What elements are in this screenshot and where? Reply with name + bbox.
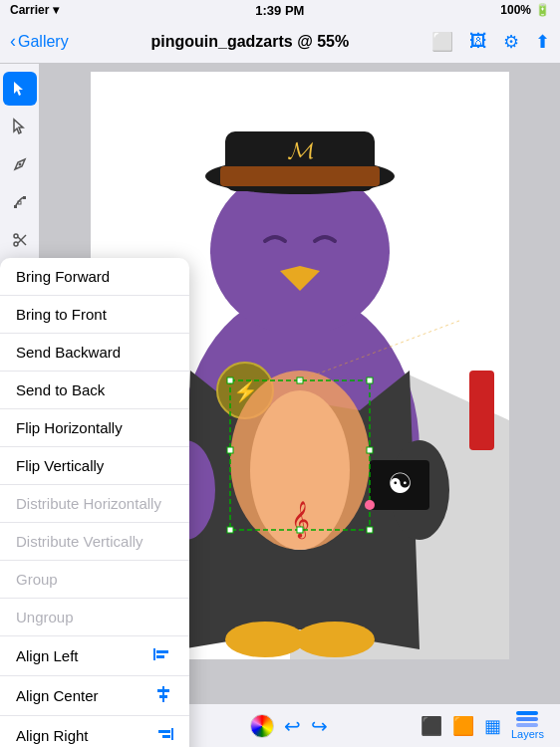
node-tool-button[interactable] <box>3 185 37 219</box>
svg-text:𝓜: 𝓜 <box>288 136 314 163</box>
svg-rect-1 <box>14 205 17 208</box>
context-menu: Bring Forward Bring to Front Send Backwa… <box>40 258 189 703</box>
svg-rect-40 <box>153 648 155 660</box>
svg-rect-12 <box>469 371 494 450</box>
svg-rect-3 <box>18 201 21 204</box>
back-button[interactable]: ‹ Gallery <box>10 31 69 52</box>
svg-rect-42 <box>156 655 164 658</box>
distribute-horizontally-item: Distribute Horizontally <box>40 485 189 523</box>
carrier-label: Carrier <box>10 3 49 17</box>
pen-tool-button[interactable] <box>3 147 37 181</box>
image-icon[interactable]: 🖼 <box>469 31 487 52</box>
status-right: 100% 🔋 <box>500 3 550 17</box>
svg-rect-28 <box>227 377 233 383</box>
svg-text:☯: ☯ <box>388 468 413 499</box>
svg-rect-30 <box>367 377 373 383</box>
group-label: Group <box>40 571 58 588</box>
bring-to-front-item[interactable]: Bring to Front <box>40 296 189 334</box>
svg-point-4 <box>14 234 18 238</box>
square-panel-button[interactable]: ⬛ <box>420 715 442 737</box>
svg-point-0 <box>18 163 21 166</box>
battery-icon: 🔋 <box>535 3 550 17</box>
svg-rect-34 <box>297 527 303 533</box>
gear-icon[interactable]: ⚙ <box>503 31 519 53</box>
distribute-horizontally-label: Distribute Horizontally <box>40 495 161 512</box>
share-icon[interactable]: ⬆ <box>535 31 550 53</box>
bottom-tools: ↩ ↪ <box>250 714 328 738</box>
layers-panel-button[interactable]: Layers <box>511 711 544 740</box>
bottom-panels: ⬛ 🟧 ▦ Layers <box>420 711 544 740</box>
svg-rect-18 <box>270 321 330 361</box>
layers-label: Layers <box>511 728 544 740</box>
send-backward-item[interactable]: Send Backward <box>40 334 189 372</box>
page-title: pingouin_gadzarts @ 55% <box>150 33 349 51</box>
back-label[interactable]: Gallery <box>18 33 69 51</box>
flip-horizontally-item[interactable]: Flip Horizontally <box>40 409 189 447</box>
select-tool-button[interactable] <box>3 72 37 106</box>
align-left-icon <box>153 646 173 665</box>
svg-rect-41 <box>156 650 168 653</box>
align-center-icon <box>153 686 173 703</box>
svg-point-36 <box>365 500 375 510</box>
svg-point-5 <box>14 242 18 246</box>
bring-to-front-label: Bring to Front <box>40 306 107 323</box>
align-center-label: Align Center <box>40 687 99 703</box>
scissors-tool-button[interactable] <box>3 223 37 257</box>
layers-icon <box>516 711 538 727</box>
flip-vertically-item[interactable]: Flip Vertically <box>40 447 189 485</box>
ungroup-item: Ungroup <box>40 599 189 636</box>
svg-text:𝄞: 𝄞 <box>291 501 310 540</box>
subselect-tool-button[interactable] <box>3 110 37 143</box>
flip-horizontally-label: Flip Horizontally <box>40 419 123 436</box>
send-to-back-label: Send to Back <box>40 381 105 398</box>
send-to-back-item[interactable]: Send to Back <box>40 372 189 409</box>
wifi-icon: ▾ <box>53 3 59 17</box>
svg-rect-2 <box>23 196 26 199</box>
undo-button[interactable]: ↩ <box>284 714 301 738</box>
group-item: Group <box>40 561 189 599</box>
node-icon <box>11 193 29 211</box>
svg-point-38 <box>295 622 375 657</box>
color-panel-button[interactable]: 🟧 <box>452 715 474 737</box>
battery-label: 100% <box>500 3 531 17</box>
nav-actions: ⬜ 🖼 ⚙ ⬆ <box>431 31 550 53</box>
svg-rect-33 <box>227 527 233 533</box>
status-left: Carrier ▾ <box>10 3 59 17</box>
select-cursor-icon <box>11 80 29 98</box>
svg-rect-31 <box>227 447 233 453</box>
ungroup-label: Ungroup <box>40 609 74 625</box>
pen-icon <box>11 155 29 173</box>
nav-bar: ‹ Gallery pingouin_gadzarts @ 55% ⬜ 🖼 ⚙ … <box>0 20 560 64</box>
back-chevron-icon: ‹ <box>10 31 16 52</box>
main-area: 𝓜 ⚡ <box>0 64 560 703</box>
align-left-label: Align Left <box>40 647 79 664</box>
grid-panel-button[interactable]: ▦ <box>484 715 501 737</box>
bring-forward-item[interactable]: Bring Forward <box>40 258 189 296</box>
canvas-area[interactable]: 𝓜 ⚡ <box>40 64 560 703</box>
align-left-item[interactable]: Align Left <box>40 636 189 676</box>
distribute-vertically-label: Distribute Vertically <box>40 533 143 550</box>
align-center-item[interactable]: Align Center <box>40 676 189 703</box>
send-backward-label: Send Backward <box>40 344 121 361</box>
canvas-resize-icon[interactable]: ⬜ <box>431 31 453 53</box>
svg-rect-32 <box>367 447 373 453</box>
svg-rect-16 <box>220 166 380 186</box>
redo-button[interactable]: ↪ <box>311 714 328 738</box>
svg-rect-45 <box>159 695 167 698</box>
status-bar: Carrier ▾ 1:39 PM 100% 🔋 <box>0 0 560 20</box>
svg-rect-44 <box>157 689 169 692</box>
svg-rect-35 <box>367 527 373 533</box>
svg-rect-43 <box>162 686 164 702</box>
distribute-vertically-item: Distribute Vertically <box>40 523 189 561</box>
status-time: 1:39 PM <box>255 3 304 18</box>
bring-forward-label: Bring Forward <box>40 268 110 285</box>
color-wheel-button[interactable] <box>250 714 274 738</box>
svg-point-37 <box>225 622 305 657</box>
flip-vertically-label: Flip Vertically <box>40 457 104 474</box>
scissors-icon <box>11 231 29 249</box>
subselect-cursor-icon <box>11 118 29 135</box>
